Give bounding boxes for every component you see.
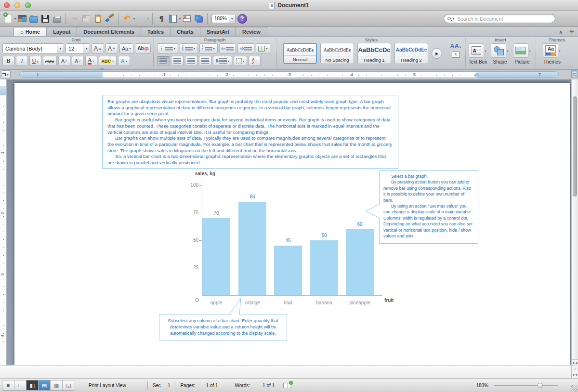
vertical-scrollbar-thumb[interactable] xyxy=(573,96,577,196)
publishing-layout-view-button[interactable]: ◧ xyxy=(26,380,39,390)
bullets-button[interactable]: ⋮▾ xyxy=(157,43,178,53)
picture-dropdown[interactable]: ▾ xyxy=(529,49,530,52)
style-no-spacing[interactable]: AaBbCcDdEe No Spacing xyxy=(320,43,354,64)
borders-dropdown[interactable]: ▾ xyxy=(243,59,244,63)
decrease-indent-button[interactable]: ⇦ xyxy=(219,43,236,53)
align-right-button[interactable] xyxy=(185,56,197,66)
horizontal-scrollbar[interactable] xyxy=(0,365,571,378)
bullets-dropdown[interactable]: ▾ xyxy=(174,47,175,50)
zoom-slider-thumb[interactable] xyxy=(538,383,543,388)
style-heading-1[interactable]: AaBbCcDc Heading 1 xyxy=(357,43,391,64)
document-page[interactable]: Bar graphs are ubiquitous visual represe… xyxy=(14,83,570,365)
search-input[interactable] xyxy=(456,15,552,22)
sort-button[interactable]: AZ↓ xyxy=(249,56,261,66)
increase-indent-button[interactable]: ⇨ xyxy=(237,43,254,53)
print-button[interactable] xyxy=(51,13,63,25)
columns-dropdown[interactable]: ▾ xyxy=(266,47,267,50)
multilevel-list-button[interactable]: 1ai▾ xyxy=(199,43,218,53)
justify-button[interactable] xyxy=(199,56,211,66)
collapse-ribbon-icon[interactable]: ∧ xyxy=(559,29,563,35)
new-document-button[interactable] xyxy=(2,13,14,25)
indent-markers[interactable] xyxy=(100,71,105,77)
underline-dropdown[interactable]: ▾ xyxy=(37,59,39,63)
callout-bottom-text-box[interactable]: Subselect any column of a bar chart. Ent… xyxy=(159,314,287,340)
font-family-combo[interactable]: Cambria (Body)▾ xyxy=(2,43,64,53)
zoom-dropdown-arrow[interactable]: ▾ xyxy=(229,14,235,23)
page-layout-button[interactable] xyxy=(167,13,179,25)
numbering-button[interactable]: 123▾ xyxy=(180,43,198,53)
font-size-dropdown-arrow[interactable]: ▾ xyxy=(83,44,90,53)
subscript-button[interactable]: A2 xyxy=(72,56,84,66)
copy-button[interactable] xyxy=(80,13,92,25)
themes-button[interactable]: Aa▾ Themes xyxy=(541,43,563,65)
shape-dropdown[interactable]: ▾ xyxy=(507,49,508,52)
change-case-button[interactable]: Âa▾ xyxy=(119,43,133,53)
bar-kiwi[interactable] xyxy=(274,246,302,295)
cut-button[interactable]: ✂ xyxy=(69,13,80,25)
tab-tables[interactable]: Tables xyxy=(141,27,171,36)
undo-button[interactable]: ↶ xyxy=(121,13,133,25)
text-effects-button[interactable]: A▾ xyxy=(118,56,130,66)
numbering-dropdown[interactable]: ▾ xyxy=(194,47,195,50)
font-family-dropdown-arrow[interactable]: ▾ xyxy=(57,44,64,53)
tab-review[interactable]: Review xyxy=(236,27,267,36)
gallery-button[interactable] xyxy=(16,13,28,25)
window-resize-grip[interactable] xyxy=(571,385,578,392)
font-color-dropdown[interactable]: ▾ xyxy=(92,59,94,63)
zoom-slider[interactable] xyxy=(494,385,558,386)
notebook-layout-view-button[interactable]: ▥ xyxy=(51,380,63,390)
align-center-button[interactable] xyxy=(171,56,184,66)
shrink-font-button[interactable]: A▼ xyxy=(105,43,118,53)
ribbon-settings-gear-icon[interactable]: ✳ xyxy=(569,28,574,35)
line-spacing-dropdown[interactable]: ▾ xyxy=(228,59,229,63)
font-color-button[interactable]: A▾ xyxy=(85,56,97,66)
print-layout-view-button[interactable]: ▤ xyxy=(39,380,51,390)
text-box-dropdown[interactable]: ▾ xyxy=(485,49,486,52)
open-button[interactable] xyxy=(28,13,39,25)
document-map-button[interactable] xyxy=(181,13,193,25)
draft-view-button[interactable]: ≡ xyxy=(2,380,14,390)
spelling-status-icon[interactable] xyxy=(283,383,291,388)
tab-layout[interactable]: Layout xyxy=(46,27,77,36)
insert-text-box-button[interactable]: A▾ Text Box xyxy=(467,43,488,65)
align-left-button[interactable] xyxy=(157,56,170,66)
full-screen-view-button[interactable]: ◱ xyxy=(63,380,75,390)
tab-charts[interactable]: Charts xyxy=(170,27,200,36)
manage-styles-button[interactable]: ¶ xyxy=(452,52,460,58)
bar-apple[interactable] xyxy=(202,218,230,295)
show-paragraph-marks-button[interactable]: ¶ xyxy=(156,13,167,25)
insert-picture-button[interactable]: ▾ Picture xyxy=(512,43,533,65)
underline-button[interactable]: U▾ xyxy=(29,56,41,66)
multilevel-dropdown[interactable]: ▾ xyxy=(213,47,215,50)
bold-button[interactable]: B xyxy=(2,56,14,66)
font-size-combo[interactable]: 12▾ xyxy=(66,43,90,53)
bar-banana[interactable] xyxy=(310,240,338,295)
next-page-button[interactable]: ▼▼ xyxy=(572,372,578,378)
text-effects-dropdown[interactable]: ▾ xyxy=(126,59,127,63)
outline-view-button[interactable]: ≔ xyxy=(14,380,26,390)
tab-document-elements[interactable]: Document Elements xyxy=(77,27,141,36)
borders-button[interactable]: ▾ xyxy=(234,56,247,66)
previous-page-button[interactable]: ▲▲ xyxy=(572,359,578,366)
callout-right-text-box[interactable]: Select a bar graph. By pressing action b… xyxy=(379,170,478,244)
themes-dropdown[interactable]: ▾ xyxy=(559,49,560,52)
bar-orange[interactable] xyxy=(238,202,266,295)
superscript-button[interactable]: A2 xyxy=(58,56,70,66)
bar-pineapple[interactable] xyxy=(346,229,374,295)
format-painter-button[interactable] xyxy=(104,13,115,25)
grow-font-button[interactable]: A▲ xyxy=(92,43,104,53)
line-spacing-button[interactable]: ⇅▾ xyxy=(213,56,232,66)
help-button[interactable]: ? xyxy=(236,13,248,25)
new-document-dropdown[interactable]: ▾ xyxy=(14,17,16,20)
search-options-dropdown[interactable]: ▾ xyxy=(453,17,454,20)
columns-button[interactable]: ▾ xyxy=(256,43,270,53)
highlight-dropdown[interactable]: ▾ xyxy=(112,59,114,63)
info-text-box[interactable]: Bar graphs are ubiquitous visual represe… xyxy=(102,95,398,169)
insert-shape-button[interactable]: ▾ Shape xyxy=(489,43,511,65)
style-heading-2[interactable]: AaBbCcDdEe Heading 2 xyxy=(394,43,428,64)
redo-button[interactable]: ↷ xyxy=(135,13,147,25)
save-button[interactable] xyxy=(39,13,51,25)
style-normal[interactable]: AaBbCcDdEe Normal xyxy=(283,43,317,64)
tab-smartart[interactable]: SmartArt xyxy=(200,27,236,36)
undo-dropdown[interactable]: ▾ xyxy=(133,17,135,20)
